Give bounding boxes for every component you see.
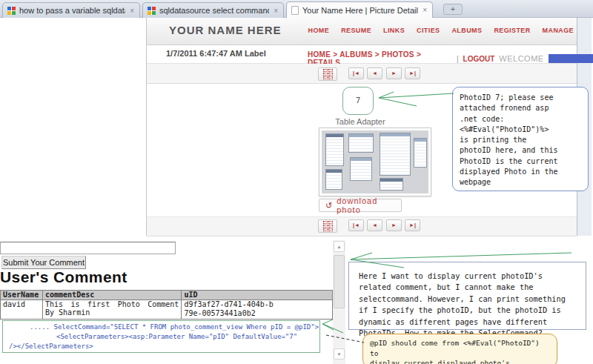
welcome-label: WELCOME bbox=[499, 54, 543, 63]
pager-first-button[interactable]: |◄ bbox=[348, 219, 364, 231]
close-icon[interactable]: × bbox=[273, 7, 279, 15]
download-photo-button[interactable]: ↺ download photo bbox=[319, 199, 402, 212]
pager-next-button[interactable]: ► bbox=[386, 219, 402, 231]
photo-caption: Table Adapter bbox=[331, 117, 390, 126]
pager-next-button[interactable]: ► bbox=[386, 67, 402, 79]
scroll-down-icon[interactable]: ▼ bbox=[334, 348, 345, 360]
site-favicon bbox=[7, 7, 16, 15]
comments-heading: User's Comment bbox=[0, 268, 127, 286]
cell-uid: d9f3af27-d741-404b-b79e-00573441a0b2 bbox=[182, 300, 333, 320]
section-scrollbar[interactable]: ▲ ▼ bbox=[333, 240, 345, 364]
sql-line-1: ..... SelectCommand="SELECT * FROM photo… bbox=[3, 322, 319, 332]
sql-code-box: ..... SelectCommand="SELECT * FROM photo… bbox=[2, 320, 320, 353]
timestamp-label: 1/7/2011 6:47:47 AM Label bbox=[166, 49, 266, 58]
tab-title: Your Name Here | Picture Details bbox=[302, 6, 418, 15]
table-row: david This is first Photo Comment By Sha… bbox=[1, 300, 333, 320]
col-username: UserName bbox=[1, 291, 43, 300]
nav-cities[interactable]: CITIES bbox=[417, 27, 440, 34]
close-icon[interactable]: × bbox=[422, 6, 428, 14]
nav-manage[interactable]: MANAGE bbox=[543, 27, 574, 34]
site-favicon bbox=[148, 7, 156, 15]
browser-tab-2[interactable]: sqldatasource select command <%... × bbox=[142, 2, 284, 18]
page-favicon bbox=[291, 6, 299, 15]
submit-comment-button[interactable]: Submit Your Comment bbox=[1, 256, 86, 269]
main-nav: HOME RESUME LINKS CITIES ALBUMS REGISTER… bbox=[319, 27, 574, 34]
nav-resume[interactable]: RESUME bbox=[341, 27, 371, 34]
col-commentdesc: commentDesc bbox=[42, 291, 181, 300]
screenshot-stage: how to pass a variable sqldatasourc... ×… bbox=[0, 0, 593, 364]
photo-thumbnail-image bbox=[322, 130, 428, 193]
annotation-photo-note: PhotoID 7; please see attached fronend a… bbox=[452, 87, 589, 191]
breadcrumb-divider: | bbox=[457, 55, 459, 63]
nav-links[interactable]: LINKS bbox=[383, 27, 405, 34]
pager-prev-button[interactable]: ◄ bbox=[367, 67, 382, 79]
annotation-comment-note: Here I want to display current photoID's… bbox=[348, 262, 586, 330]
scrollbar-thumb[interactable] bbox=[334, 255, 345, 308]
sql-line-2: <SelectParameters><asp:Parameter Name="p… bbox=[3, 332, 319, 342]
comment-input[interactable] bbox=[0, 242, 176, 254]
sql-line-3: /></SelectParameters> bbox=[3, 342, 319, 351]
pager-last-button[interactable]: ►| bbox=[405, 219, 420, 231]
annotation-pid-callout: @pID should come from <%#Eval("PhotoID")… bbox=[362, 334, 557, 364]
tab-title: how to pass a variable sqldatasourc... bbox=[19, 6, 125, 15]
cell-commentdesc: This is first Photo Comment By Sharmin bbox=[42, 300, 181, 320]
comments-table: UserName commentDesc uID david This is f… bbox=[0, 290, 333, 320]
browser-tab-bar: how to pass a variable sqldatasourc... ×… bbox=[0, 0, 593, 18]
arrow-to-photoid bbox=[379, 93, 454, 98]
new-tab-button[interactable]: + bbox=[443, 4, 463, 15]
close-icon[interactable]: × bbox=[129, 7, 135, 15]
scroll-up-icon[interactable]: ▲ bbox=[334, 241, 345, 252]
uid-value: d9f3af27-d741-404b-b79e-00573441a0b2 bbox=[184, 300, 274, 318]
browser-tab-3-active[interactable]: Your Name Here | Picture Details × bbox=[286, 1, 433, 18]
logout-link[interactable]: LOGOUT bbox=[463, 55, 495, 63]
grid-view-button[interactable] bbox=[318, 67, 337, 81]
pager-first-button[interactable]: |◄ bbox=[348, 67, 364, 79]
nav-albums[interactable]: ALBUMS bbox=[451, 27, 482, 34]
site-logo: YOUR NAME HERE bbox=[169, 24, 282, 36]
arrow-to-comments bbox=[351, 253, 572, 259]
col-uid: uID bbox=[182, 291, 333, 300]
table-header-row: UserName commentDesc uID bbox=[1, 291, 333, 300]
photo-frame[interactable] bbox=[319, 128, 431, 196]
nav-register[interactable]: REGISTER bbox=[494, 27, 530, 34]
photo-id-value: 7 bbox=[342, 87, 374, 115]
grid-view-button[interactable] bbox=[318, 219, 337, 233]
download-photo-label: download photo bbox=[337, 196, 395, 214]
download-icon: ↺ bbox=[325, 202, 332, 210]
username-redaction bbox=[549, 54, 593, 63]
cell-username: david bbox=[1, 300, 43, 320]
tab-title: sqldatasource select command <%... bbox=[159, 6, 269, 15]
browser-tab-1[interactable]: how to pass a variable sqldatasourc... × bbox=[2, 2, 140, 18]
nav-home[interactable]: HOME bbox=[308, 27, 330, 34]
pager-last-button[interactable]: ►| bbox=[405, 67, 420, 79]
pager-prev-button[interactable]: ◄ bbox=[367, 219, 382, 231]
